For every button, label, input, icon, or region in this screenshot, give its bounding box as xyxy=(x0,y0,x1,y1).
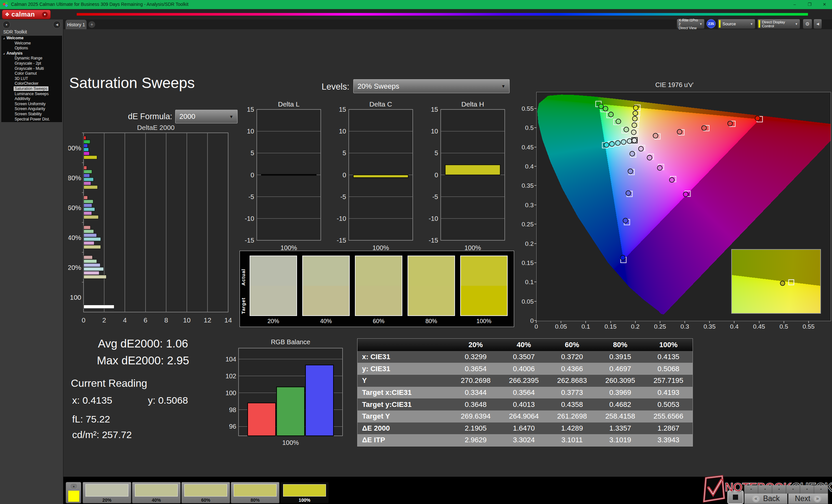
svg-text:0: 0 xyxy=(435,171,438,178)
minimize-button[interactable]: – xyxy=(787,0,802,9)
sidebar-item-grayscale-2pt[interactable]: Grayscale - 2pt xyxy=(1,61,62,66)
sidebar-item-spectral-power-dist[interactable]: Spectral Power Dist. xyxy=(1,117,62,122)
sidebar-item-welcome[interactable]: Welcome xyxy=(1,41,62,46)
table-cell: 0.3654 xyxy=(452,363,500,375)
sidebar-item-dynamic-range[interactable]: Dynamic Range xyxy=(1,56,62,61)
toolbar-icon-button[interactable]: ▪ xyxy=(744,485,758,494)
svg-text:10: 10 xyxy=(431,128,438,135)
expand-icon[interactable]: ◢ xyxy=(3,51,4,56)
toolbar-icon-button[interactable]: ▪ xyxy=(772,485,786,494)
svg-text:DeltaE 2000: DeltaE 2000 xyxy=(137,124,175,131)
sidebar-item-color-gamut[interactable]: Color Gamut xyxy=(1,71,62,76)
swatch-column-100: 100% xyxy=(460,256,508,325)
sidebar-item-saturation-sweeps[interactable]: Saturation Sweeps xyxy=(1,86,62,91)
svg-text:102: 102 xyxy=(226,372,236,380)
table-cell: 258.4158 xyxy=(596,411,644,422)
sidebar-item-screen-stability[interactable]: Screen Stability xyxy=(1,112,62,117)
table-cell: 0.3648 xyxy=(452,398,500,411)
table-cell: 1.6470 xyxy=(500,422,548,435)
table-cell: 260.3095 xyxy=(596,375,644,387)
cie-y-tick-label: 0.5 xyxy=(517,124,534,132)
svg-text:RGB Balance: RGB Balance xyxy=(271,338,310,345)
expand-patch-button[interactable]: ▲ xyxy=(70,483,78,489)
svg-text:100%: 100% xyxy=(372,244,389,251)
stop-button[interactable] xyxy=(727,491,744,504)
cie-x-tick-label: 0.1 xyxy=(576,323,595,330)
patch-tile-20[interactable]: 20% xyxy=(82,482,131,503)
current-patch-tile[interactable]: ▲ xyxy=(66,482,81,503)
close-button[interactable]: ✕ xyxy=(817,0,832,9)
actual-swatch xyxy=(303,256,349,286)
workflow-menu-button[interactable]: ● xyxy=(3,21,10,29)
sidebar-item-grayscale-multi[interactable]: Grayscale - Multi xyxy=(1,66,62,72)
table-cell: 0.3344 xyxy=(452,387,500,399)
toolbar-icon-button[interactable]: ▪ xyxy=(800,485,814,494)
toolbar-icon-button[interactable]: ▪ xyxy=(814,485,828,494)
row-label: x: CIE31 xyxy=(358,351,452,363)
sidebar-item-3d-lut[interactable]: 3D LUT xyxy=(1,76,62,82)
table-cell: 262.8683 xyxy=(548,375,596,387)
chevron-down-icon: ▼ xyxy=(501,84,505,89)
expand-icon[interactable]: ◢ xyxy=(3,36,4,41)
collapse-panel-button[interactable]: ◀ xyxy=(813,19,822,29)
patch-tile-label: 60% xyxy=(182,498,230,503)
calman-logo-icon: ❖ xyxy=(5,11,9,18)
calman-application-window: Calman 2025 Calman Ultimate for Business… xyxy=(0,0,832,504)
tab-history-1[interactable]: History 1 xyxy=(66,20,86,29)
cie-x-tick-label: 0.4 xyxy=(724,323,744,330)
cie-zoom-inset xyxy=(731,249,821,314)
display-control-selector-button[interactable]: Direct Display Control ▼ xyxy=(757,19,800,29)
cie-y-tick-label: 0.55 xyxy=(517,105,534,112)
display-control-label: Direct Display Control xyxy=(762,20,795,28)
calman-menu-button[interactable]: ❖ calman ▼ xyxy=(2,10,51,19)
patch-tile-80[interactable]: 80% xyxy=(231,482,280,503)
sidebar-item-additivity[interactable]: Additivity xyxy=(1,96,62,102)
svg-text:100: 100 xyxy=(226,389,236,396)
sidebar-item-luminance-sweeps[interactable]: Luminance Sweeps xyxy=(1,91,62,97)
chevron-down-icon: ▼ xyxy=(795,22,798,26)
sidebar-item-screen-uniformity[interactable]: Screen Uniformity xyxy=(1,102,62,107)
patch-tile-100[interactable]: 100% xyxy=(280,482,329,503)
table-cell: 0.3299 xyxy=(452,351,500,363)
row-label: Y xyxy=(358,375,452,387)
table-header-60: 60% xyxy=(548,339,596,351)
toolbar-icon-button[interactable]: ▪ xyxy=(786,485,800,494)
patch-tile-swatch xyxy=(234,484,277,497)
collapse-sidebar-button[interactable]: ◀ xyxy=(53,21,61,29)
settings-gear-button[interactable]: ⚙ xyxy=(803,19,812,29)
meter-selector-button[interactable]: X-Rite i1Pro 2 Direct View ▼ xyxy=(677,19,705,29)
toolbar-icon-button[interactable]: ▪ xyxy=(758,485,772,494)
tree-group-welcome[interactable]: ◢Welcome xyxy=(1,36,62,41)
patch-tile-40[interactable]: 40% xyxy=(132,482,181,503)
table-cell: 0.5053 xyxy=(644,398,693,411)
table-cell: 0.4366 xyxy=(548,363,596,375)
table-cell: 255.6566 xyxy=(644,411,693,422)
table-cell: 261.2698 xyxy=(548,411,596,422)
cie-x-tick-label: 0.35 xyxy=(700,323,719,330)
levels-dropdown[interactable]: 20% Sweeps ▼ xyxy=(353,79,510,93)
sidebar-item-options[interactable]: Options xyxy=(1,46,62,51)
add-tab-button[interactable]: + xyxy=(88,21,95,28)
table-row: Target y:CIE310.36480.40130.43580.46820.… xyxy=(358,398,693,411)
sidebar-item-screen-angularity[interactable]: Screen Angularity xyxy=(1,107,62,112)
svg-text:10: 10 xyxy=(247,128,254,135)
table-row: x: CIE310.32990.35070.37200.39150.4135 xyxy=(358,351,693,363)
patch-tile-60[interactable]: 60% xyxy=(181,482,230,503)
next-button[interactable]: Next » xyxy=(788,493,828,504)
cie-y-tick-label: 0.4 xyxy=(517,163,534,170)
sidebar-item-colorchecker[interactable]: ColorChecker xyxy=(1,81,62,86)
max-de2000-stat: Max dE2000: 2.95 xyxy=(70,354,216,367)
meter-count-badge[interactable]: 235 xyxy=(706,19,716,28)
source-selector-button[interactable]: Source ▼ xyxy=(718,19,755,29)
maximize-button[interactable]: ❐ xyxy=(802,0,817,9)
table-row: ΔE ITP2.96293.30243.10113.10193.3943 xyxy=(358,434,693,446)
svg-text:Delta L: Delta L xyxy=(278,100,300,108)
tree-group-analysis[interactable]: ◢Analysis xyxy=(1,51,62,56)
back-button[interactable]: « Back xyxy=(744,493,787,504)
row-label: y: CIE31 xyxy=(358,363,452,375)
de-formula-dropdown[interactable]: 2000 ▼ xyxy=(175,110,238,123)
tab-strip xyxy=(63,20,832,29)
svg-text:-5: -5 xyxy=(340,193,346,200)
status-accent-bar xyxy=(719,20,721,28)
cie-y-tick-label: 0.25 xyxy=(517,221,534,228)
